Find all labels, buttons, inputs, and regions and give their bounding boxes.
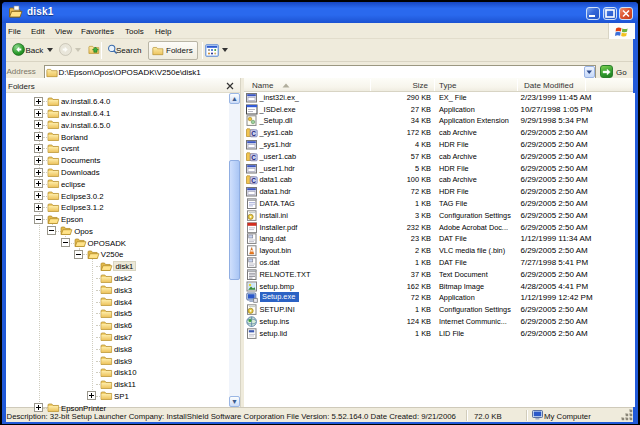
svg-text:C: C xyxy=(251,130,256,137)
svg-text:C: C xyxy=(251,177,256,184)
svg-text:C: C xyxy=(251,153,256,160)
